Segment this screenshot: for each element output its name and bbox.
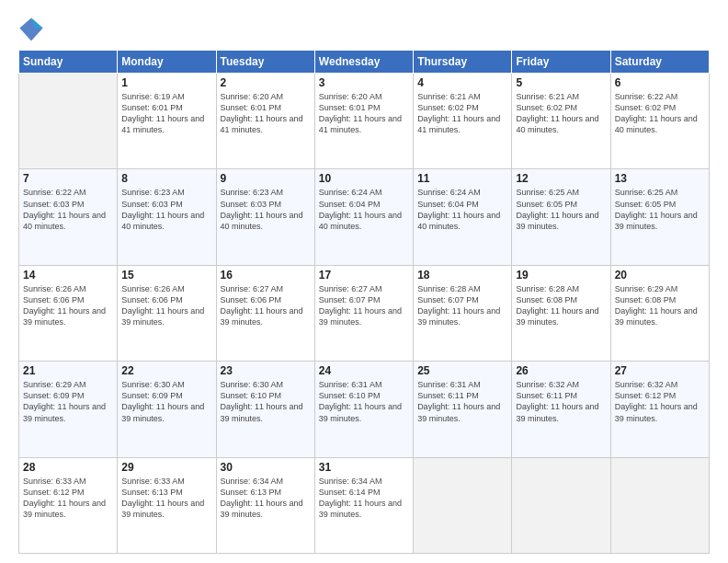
calendar-cell: 26Sunrise: 6:32 AMSunset: 6:11 PMDayligh… bbox=[512, 362, 610, 457]
calendar-cell: 19Sunrise: 6:28 AMSunset: 6:08 PMDayligh… bbox=[512, 265, 610, 361]
calendar-cell bbox=[610, 457, 709, 553]
day-info: Sunrise: 6:33 AMSunset: 6:13 PMDaylight:… bbox=[121, 476, 211, 521]
day-info: Sunrise: 6:27 AMSunset: 6:06 PMDaylight:… bbox=[221, 283, 311, 328]
calendar-week-4: 21Sunrise: 6:29 AMSunset: 6:09 PMDayligh… bbox=[19, 362, 710, 457]
header bbox=[18, 17, 710, 42]
day-number: 27 bbox=[615, 364, 705, 377]
calendar-cell: 6Sunrise: 6:22 AMSunset: 6:02 PMDaylight… bbox=[610, 74, 709, 169]
day-number: 21 bbox=[23, 364, 113, 377]
day-info: Sunrise: 6:32 AMSunset: 6:12 PMDaylight:… bbox=[615, 379, 705, 424]
calendar-week-1: 1Sunrise: 6:19 AMSunset: 6:01 PMDaylight… bbox=[19, 74, 710, 169]
day-info: Sunrise: 6:26 AMSunset: 6:06 PMDaylight:… bbox=[121, 283, 211, 328]
day-info: Sunrise: 6:27 AMSunset: 6:07 PMDaylight:… bbox=[319, 283, 409, 328]
weekday-header-saturday: Saturday bbox=[610, 51, 709, 74]
day-info: Sunrise: 6:30 AMSunset: 6:10 PMDaylight:… bbox=[221, 379, 311, 424]
day-number: 15 bbox=[121, 269, 211, 282]
calendar-cell: 1Sunrise: 6:19 AMSunset: 6:01 PMDaylight… bbox=[118, 74, 216, 169]
calendar-cell: 31Sunrise: 6:34 AMSunset: 6:14 PMDayligh… bbox=[314, 457, 413, 553]
calendar-cell: 7Sunrise: 6:22 AMSunset: 6:03 PMDaylight… bbox=[19, 169, 118, 265]
day-number: 10 bbox=[319, 172, 409, 185]
day-info: Sunrise: 6:22 AMSunset: 6:02 PMDaylight:… bbox=[615, 91, 705, 136]
calendar-cell: 28Sunrise: 6:33 AMSunset: 6:12 PMDayligh… bbox=[19, 457, 118, 553]
calendar-cell: 22Sunrise: 6:30 AMSunset: 6:09 PMDayligh… bbox=[118, 362, 216, 457]
calendar-cell: 9Sunrise: 6:23 AMSunset: 6:03 PMDaylight… bbox=[216, 169, 314, 265]
day-number: 4 bbox=[417, 76, 507, 89]
calendar-cell bbox=[414, 457, 512, 553]
calendar-cell: 29Sunrise: 6:33 AMSunset: 6:13 PMDayligh… bbox=[118, 457, 216, 553]
logo bbox=[18, 17, 46, 42]
day-info: Sunrise: 6:34 AMSunset: 6:14 PMDaylight:… bbox=[319, 476, 409, 521]
day-info: Sunrise: 6:30 AMSunset: 6:09 PMDaylight:… bbox=[121, 379, 211, 424]
calendar-cell bbox=[19, 74, 118, 169]
day-number: 20 bbox=[615, 269, 705, 282]
calendar-week-5: 28Sunrise: 6:33 AMSunset: 6:12 PMDayligh… bbox=[19, 457, 710, 553]
calendar-cell bbox=[512, 457, 610, 553]
weekday-header-friday: Friday bbox=[512, 51, 610, 74]
calendar-cell: 5Sunrise: 6:21 AMSunset: 6:02 PMDaylight… bbox=[512, 74, 610, 169]
day-info: Sunrise: 6:19 AMSunset: 6:01 PMDaylight:… bbox=[121, 91, 211, 136]
day-number: 6 bbox=[615, 76, 705, 89]
day-info: Sunrise: 6:31 AMSunset: 6:11 PMDaylight:… bbox=[417, 379, 507, 424]
day-number: 23 bbox=[221, 364, 311, 377]
day-info: Sunrise: 6:22 AMSunset: 6:03 PMDaylight:… bbox=[23, 187, 113, 232]
calendar-cell: 8Sunrise: 6:23 AMSunset: 6:03 PMDaylight… bbox=[118, 169, 216, 265]
calendar-cell: 24Sunrise: 6:31 AMSunset: 6:10 PMDayligh… bbox=[314, 362, 413, 457]
day-number: 8 bbox=[121, 172, 211, 185]
day-number: 30 bbox=[221, 461, 311, 474]
day-number: 19 bbox=[516, 269, 606, 282]
calendar-week-3: 14Sunrise: 6:26 AMSunset: 6:06 PMDayligh… bbox=[19, 265, 710, 361]
calendar-cell: 15Sunrise: 6:26 AMSunset: 6:06 PMDayligh… bbox=[118, 265, 216, 361]
calendar-cell: 4Sunrise: 6:21 AMSunset: 6:02 PMDaylight… bbox=[414, 74, 512, 169]
calendar-cell: 20Sunrise: 6:29 AMSunset: 6:08 PMDayligh… bbox=[610, 265, 709, 361]
calendar-cell: 27Sunrise: 6:32 AMSunset: 6:12 PMDayligh… bbox=[610, 362, 709, 457]
day-number: 28 bbox=[23, 461, 113, 474]
day-info: Sunrise: 6:32 AMSunset: 6:11 PMDaylight:… bbox=[516, 379, 606, 424]
calendar-cell: 10Sunrise: 6:24 AMSunset: 6:04 PMDayligh… bbox=[314, 169, 413, 265]
calendar-body: 1Sunrise: 6:19 AMSunset: 6:01 PMDaylight… bbox=[19, 74, 710, 554]
day-number: 31 bbox=[319, 461, 409, 474]
day-number: 5 bbox=[516, 76, 606, 89]
calendar-cell: 11Sunrise: 6:24 AMSunset: 6:04 PMDayligh… bbox=[414, 169, 512, 265]
weekday-header-thursday: Thursday bbox=[414, 51, 512, 74]
weekday-header-sunday: Sunday bbox=[19, 51, 118, 74]
day-number: 17 bbox=[319, 269, 409, 282]
calendar-header: SundayMondayTuesdayWednesdayThursdayFrid… bbox=[19, 51, 710, 74]
day-number: 1 bbox=[121, 76, 211, 89]
weekday-header-tuesday: Tuesday bbox=[216, 51, 314, 74]
day-number: 3 bbox=[319, 76, 409, 89]
day-number: 26 bbox=[516, 364, 606, 377]
calendar-week-2: 7Sunrise: 6:22 AMSunset: 6:03 PMDaylight… bbox=[19, 169, 710, 265]
day-number: 16 bbox=[221, 269, 311, 282]
calendar-cell: 3Sunrise: 6:20 AMSunset: 6:01 PMDaylight… bbox=[314, 74, 413, 169]
weekday-header-wednesday: Wednesday bbox=[314, 51, 413, 74]
day-info: Sunrise: 6:31 AMSunset: 6:10 PMDaylight:… bbox=[319, 379, 409, 424]
day-info: Sunrise: 6:23 AMSunset: 6:03 PMDaylight:… bbox=[121, 187, 211, 232]
day-number: 13 bbox=[615, 172, 705, 185]
calendar-cell: 12Sunrise: 6:25 AMSunset: 6:05 PMDayligh… bbox=[512, 169, 610, 265]
calendar-cell: 2Sunrise: 6:20 AMSunset: 6:01 PMDaylight… bbox=[216, 74, 314, 169]
day-info: Sunrise: 6:21 AMSunset: 6:02 PMDaylight:… bbox=[516, 91, 606, 136]
weekday-header-row: SundayMondayTuesdayWednesdayThursdayFrid… bbox=[19, 51, 710, 74]
day-info: Sunrise: 6:29 AMSunset: 6:09 PMDaylight:… bbox=[23, 379, 113, 424]
calendar-cell: 17Sunrise: 6:27 AMSunset: 6:07 PMDayligh… bbox=[314, 265, 413, 361]
day-number: 22 bbox=[121, 364, 211, 377]
day-number: 25 bbox=[417, 364, 507, 377]
calendar-cell: 13Sunrise: 6:25 AMSunset: 6:05 PMDayligh… bbox=[610, 169, 709, 265]
svg-marker-0 bbox=[19, 17, 42, 40]
day-number: 14 bbox=[23, 269, 113, 282]
day-number: 11 bbox=[417, 172, 507, 185]
day-number: 2 bbox=[221, 76, 311, 89]
day-info: Sunrise: 6:29 AMSunset: 6:08 PMDaylight:… bbox=[615, 283, 705, 328]
day-info: Sunrise: 6:21 AMSunset: 6:02 PMDaylight:… bbox=[417, 91, 507, 136]
day-info: Sunrise: 6:20 AMSunset: 6:01 PMDaylight:… bbox=[221, 91, 311, 136]
day-info: Sunrise: 6:20 AMSunset: 6:01 PMDaylight:… bbox=[319, 91, 409, 136]
calendar-table: SundayMondayTuesdayWednesdayThursdayFrid… bbox=[18, 50, 710, 554]
day-info: Sunrise: 6:24 AMSunset: 6:04 PMDaylight:… bbox=[319, 187, 409, 232]
day-info: Sunrise: 6:34 AMSunset: 6:13 PMDaylight:… bbox=[221, 476, 311, 521]
weekday-header-monday: Monday bbox=[118, 51, 216, 74]
day-number: 7 bbox=[23, 172, 113, 185]
day-number: 18 bbox=[417, 269, 507, 282]
day-info: Sunrise: 6:23 AMSunset: 6:03 PMDaylight:… bbox=[221, 187, 311, 232]
day-info: Sunrise: 6:28 AMSunset: 6:08 PMDaylight:… bbox=[516, 283, 606, 328]
calendar-cell: 25Sunrise: 6:31 AMSunset: 6:11 PMDayligh… bbox=[414, 362, 512, 457]
